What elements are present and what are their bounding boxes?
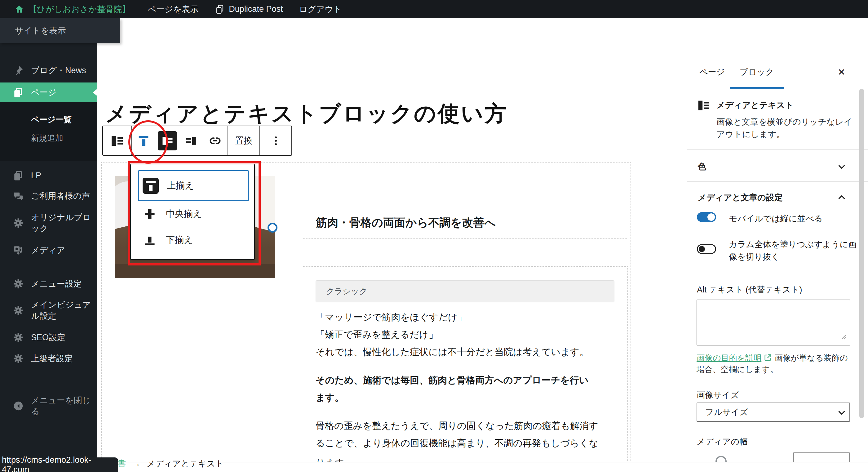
- chevron-down-icon[interactable]: [837, 161, 847, 172]
- classic-block-label: クラシック: [326, 286, 367, 297]
- admin-bar-logout[interactable]: ログアウト: [299, 4, 342, 15]
- tab-block[interactable]: ブロック: [740, 55, 774, 89]
- annotation-red-circle: [128, 120, 168, 164]
- paragraph-line: それでは、慢性化した症状には不十分だと当院は考えています。: [316, 343, 619, 361]
- comments-icon: [13, 191, 24, 201]
- gear-icon: [13, 353, 24, 364]
- media-on-right-button[interactable]: [180, 126, 203, 155]
- collapse-arrow-icon: [13, 401, 24, 411]
- chevron-up-icon[interactable]: [837, 193, 847, 203]
- paragraph-text[interactable]: 「マッサージで筋肉をほぐすだけ」 「矯正で歪みを整えるだけ」 それでは、慢性化し…: [316, 308, 619, 469]
- flyout-view-site[interactable]: サイトを表示: [15, 25, 66, 36]
- link-icon: [208, 134, 222, 148]
- media-width-label: メディアの幅: [696, 436, 748, 447]
- paragraph-line: 「マッサージで筋肉をほぐすだけ」: [316, 308, 619, 326]
- close-settings-button[interactable]: ✕: [838, 55, 845, 89]
- image-size-label: 画像サイズ: [696, 389, 739, 401]
- sidebar-item-pages[interactable]: ページ: [0, 83, 97, 102]
- sidebar-item-original-block[interactable]: オリジナルブロック: [0, 207, 97, 238]
- sidebar-subitem-add-new[interactable]: 新規追加: [31, 133, 63, 144]
- media-text-block-icon: [695, 98, 712, 113]
- panel-color[interactable]: 色: [698, 161, 706, 172]
- gear-icon: [13, 332, 24, 343]
- admin-bar-view-page[interactable]: ページを表示: [148, 4, 198, 15]
- sidebar-item-mainvisual-settings[interactable]: メインビジュアル設定: [0, 295, 97, 326]
- stack-on-mobile-toggle[interactable]: [697, 212, 716, 222]
- textarea-resize-grip[interactable]: [839, 332, 847, 341]
- sidebar-item-voice[interactable]: ご利用者様の声: [0, 186, 97, 206]
- sidebar-item-seo-settings[interactable]: SEO設定: [0, 327, 97, 347]
- admin-bar-site-name[interactable]: 【ひがしおおさか整骨院】: [29, 4, 130, 15]
- settings-tabs: ページ ブロック ✕: [687, 55, 868, 89]
- wordpress-block-editor: 【ひがしおおさか整骨院】 ページを表示 Duplicate Post ログアウト…: [0, 0, 868, 472]
- sidebar-item-media[interactable]: メディア: [0, 240, 97, 260]
- tab-page[interactable]: ページ: [700, 55, 725, 89]
- block-card-description: 画像と文章を横並びのリッチなレイアウトにします。: [716, 116, 855, 141]
- annotation-red-rectangle: [128, 161, 261, 265]
- admin-bar-flyout: サイトを表示: [0, 18, 120, 43]
- paragraph-line: そのため、施術では毎回、筋肉と骨格両方へのアプローチを行い: [316, 372, 619, 389]
- media-right-icon: [184, 134, 198, 148]
- describe-image-link[interactable]: 画像の目的を説明: [696, 353, 762, 362]
- sidebar-item-lp[interactable]: LP: [0, 166, 97, 185]
- media-resize-handle[interactable]: [268, 223, 277, 233]
- settings-sidebar: ページ ブロック ✕ メディアとテキスト 画像と文章を横並びのリッチなレイアウト…: [687, 55, 868, 462]
- pushpin-icon: [13, 65, 24, 76]
- settings-scrollbar[interactable]: [859, 89, 864, 418]
- pages-icon: [13, 170, 24, 181]
- pages-icon: [13, 87, 24, 98]
- external-link-icon: [764, 353, 772, 362]
- paragraph-line: 「矯正で歪みを整えるだけ」: [316, 326, 619, 343]
- sidebar-collapse-menu[interactable]: メニューを閉じる: [0, 396, 97, 416]
- sidebar-item-advanced-settings[interactable]: 上級者設定: [0, 349, 97, 368]
- gear-icon: [13, 278, 24, 289]
- admin-bar-duplicate-post[interactable]: Duplicate Post: [215, 4, 283, 14]
- admin-bar: 【ひがしおおさか整骨院】 ページを表示 Duplicate Post ログアウト: [0, 0, 868, 18]
- photo-table-front: [115, 264, 275, 278]
- block-options-button[interactable]: [260, 126, 291, 155]
- gear-icon: [13, 305, 24, 316]
- link-button[interactable]: [203, 126, 227, 155]
- breadcrumb-current[interactable]: メディアとテキスト: [147, 458, 224, 469]
- breadcrumb: 文書 → メディアとテキスト: [109, 458, 224, 469]
- editor-header: [97, 18, 868, 55]
- divider: [687, 149, 868, 150]
- panel-media-text-settings[interactable]: メディアと文章の設定: [698, 192, 783, 203]
- url-status-tooltip: https://cms-demo2.look-47.com: [0, 458, 118, 472]
- media-icon: [13, 245, 24, 256]
- alt-text-input[interactable]: [696, 300, 850, 346]
- content-heading: 筋肉・骨格の両面から不調を改善へ: [316, 215, 496, 230]
- media-text-block-icon: [110, 134, 125, 148]
- paragraph-line: 骨格の歪みを整えたうえで、周りの固くなった筋肉の癒着も解消す: [316, 417, 619, 435]
- sidebar-item-menu-settings[interactable]: メニュー設定: [0, 274, 97, 294]
- classic-block-placeholder[interactable]: クラシック: [316, 281, 614, 302]
- replace-media-button[interactable]: 置換: [228, 126, 259, 155]
- paragraph-line: ることで、より身体の回復機能は高まり、不調の再発もしづらくな: [316, 435, 619, 452]
- crop-image-label: カラム全体を塗りつぶすように画像を切り抜く: [729, 238, 857, 263]
- crop-image-toggle[interactable]: [697, 244, 716, 254]
- paragraph-line: ます。: [316, 389, 619, 406]
- chevron-down-icon: [837, 408, 847, 417]
- block-switcher-button[interactable]: [103, 126, 131, 155]
- alt-help-text: 画像の目的を説明 画像が単なる装飾の場合、空欄にします。: [696, 352, 851, 375]
- image-size-select[interactable]: フルサイズ: [696, 403, 850, 422]
- gear-icon: [13, 218, 24, 228]
- breadcrumb-arrow: →: [132, 459, 141, 469]
- heading-block[interactable]: 筋肉・骨格の両面から不調を改善へ: [303, 203, 627, 239]
- sidebar-item-blog[interactable]: ブログ・News: [0, 60, 97, 80]
- home-icon: [14, 4, 24, 14]
- block-card-title: メディアとテキスト: [716, 99, 794, 111]
- sidebar-subitem-page-list[interactable]: ページ一覧: [31, 114, 72, 125]
- post-title[interactable]: メディアとテキストブロックの使い方: [105, 99, 508, 128]
- alt-text-label: Alt テキスト (代替テキスト): [697, 284, 802, 296]
- stack-on-mobile-label: モバイルでは縦に並べる: [729, 212, 823, 225]
- breadcrumb-bar: 文書 → メディアとテキスト: [97, 462, 868, 472]
- admin-sidebar: ブログ・News ページ ページ一覧 新規追加 LP ご利用者様の声 オリジナル…: [0, 18, 97, 472]
- duplicate-pages-icon: [215, 4, 225, 14]
- sidebar-submenu-pages: ページ一覧 新規追加: [0, 102, 97, 161]
- divider: [687, 181, 868, 182]
